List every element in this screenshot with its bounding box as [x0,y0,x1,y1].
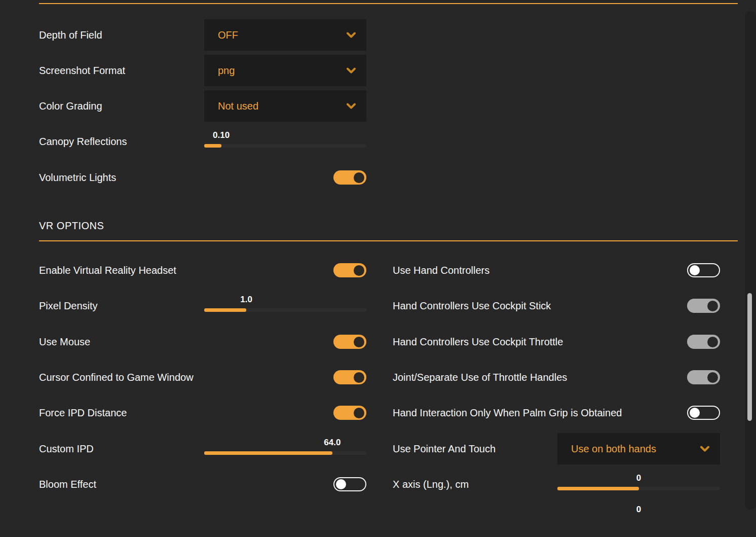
section-divider [39,240,738,241]
palm-grip-toggle[interactable] [687,406,720,420]
slider-value: 0 [636,473,641,483]
toggle-knob [707,337,718,347]
setting-label: Joint/Separate Use of Throttle Handles [393,372,567,383]
toggle-area [557,290,720,321]
setting-row: Color Grading Not used [0,90,740,122]
slider-area: 0.10 [204,126,366,157]
setting-row: Use Pointer And Touch Use on both hands [0,433,740,464]
slider-area: 0 [557,469,720,500]
dropdown-value: Use on both hands [571,443,656,455]
x-axis-slider[interactable]: 0 [557,487,720,490]
toggle-knob [707,301,718,311]
hand-controllers-throttle-toggle[interactable] [687,335,720,349]
setting-label: Hand Controllers Use Cockpit Stick [393,300,551,312]
toggle-area [204,162,366,193]
setting-label: Depth of Field [39,29,102,41]
use-pointer-and-touch-dropdown[interactable]: Use on both hands [557,433,720,464]
canopy-reflections-slider[interactable]: 0.10 [204,144,366,148]
setting-row: Screenshot Format png [0,55,740,86]
setting-label: Canopy Reflections [39,136,127,148]
setting-row: Hand Interaction Only When Palm Grip is … [0,397,740,428]
setting-row: Canopy Reflections 0.10 [0,126,740,157]
slider-value: 0.10 [213,130,230,140]
toggle-knob [690,265,700,275]
setting-label: Use Hand Controllers [393,265,489,276]
setting-label: Hand Controllers Use Cockpit Throttle [393,336,563,348]
chevron-down-icon [346,67,356,74]
chevron-down-icon [700,446,710,452]
use-hand-controllers-toggle[interactable] [687,263,720,277]
setting-row: Use Hand Controllers [0,255,740,286]
dropdown-value: png [218,65,235,77]
toggle-knob [354,172,364,183]
toggle-area [557,255,720,286]
toggle-area [557,397,720,428]
toggle-area [557,362,720,393]
section-divider [39,3,738,4]
chevron-down-icon [346,103,356,110]
toggle-knob [690,408,700,418]
setting-row: Hand Controllers Use Cockpit Throttle [0,326,740,357]
depth-of-field-dropdown[interactable]: OFF [204,19,366,51]
setting-label: Color Grading [39,100,102,112]
dropdown-value: Not used [218,100,258,112]
chevron-down-icon [346,32,356,39]
setting-row: Depth of Field OFF [0,19,740,51]
slider-value: 0 [557,505,720,515]
setting-row: Hand Controllers Use Cockpit Stick [0,290,740,321]
slider-fill: 0 [557,487,639,490]
color-grading-dropdown[interactable]: Not used [204,90,366,122]
setting-label: Volumetric Lights [39,172,116,184]
scrollbar-track[interactable] [745,11,756,510]
setting-label: Screenshot Format [39,65,125,77]
setting-label: Use Pointer And Touch [393,443,496,455]
toggle-area [557,326,720,357]
screenshot-format-dropdown[interactable]: png [204,55,366,86]
dropdown-value: OFF [218,29,238,41]
setting-row: Volumetric Lights [0,162,740,193]
settings-page: Depth of Field OFF Screenshot Format png… [0,0,756,537]
hand-controllers-stick-toggle[interactable] [687,299,720,313]
setting-row: Joint/Separate Use of Throttle Handles [0,362,740,393]
scrollbar-thumb[interactable] [747,293,752,421]
slider-fill: 0.10 [204,144,221,148]
setting-label: X axis (Lng.), cm [393,479,469,490]
joint-separate-throttle-toggle[interactable] [687,370,720,384]
toggle-knob [707,372,718,383]
volumetric-lights-toggle[interactable] [333,170,366,185]
setting-row: X axis (Lng.), cm 0 [0,469,740,500]
vr-options-section-title: VR OPTIONS [39,220,104,232]
